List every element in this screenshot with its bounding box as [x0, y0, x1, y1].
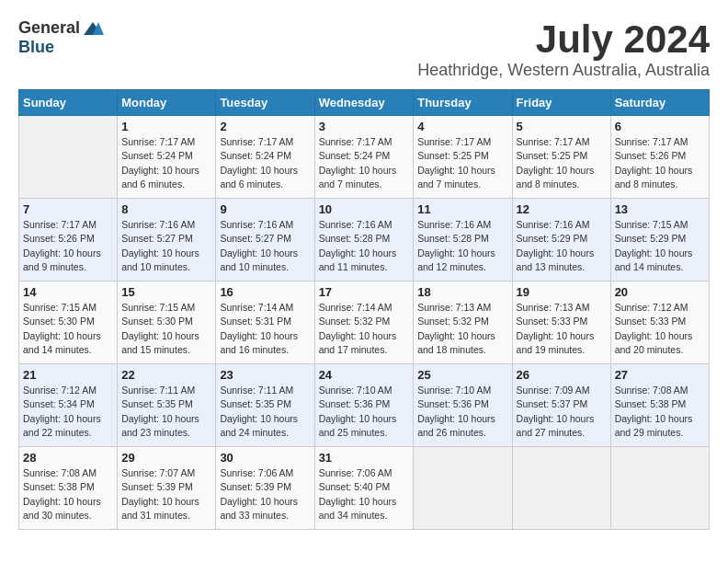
calendar-cell: 20Sunrise: 7:12 AMSunset: 5:33 PMDayligh… — [610, 282, 709, 364]
day-number: 14 — [23, 285, 113, 299]
header-row: SundayMondayTuesdayWednesdayThursdayFrid… — [19, 90, 710, 116]
day-number: 24 — [319, 368, 410, 382]
calendar-cell: 5Sunrise: 7:17 AMSunset: 5:25 PMDaylight… — [512, 116, 610, 199]
day-number: 17 — [319, 285, 410, 299]
day-number: 2 — [220, 120, 310, 133]
calendar-cell: 24Sunrise: 7:10 AMSunset: 5:36 PMDayligh… — [314, 364, 414, 447]
day-number: 31 — [319, 451, 410, 465]
day-number: 5 — [517, 120, 607, 133]
day-number: 3 — [319, 120, 410, 133]
calendar-cell: 25Sunrise: 7:10 AMSunset: 5:36 PMDayligh… — [414, 364, 512, 447]
day-number: 25 — [417, 368, 507, 382]
calendar-cell: 7Sunrise: 7:17 AMSunset: 5:26 PMDaylight… — [19, 199, 118, 282]
day-info: Sunrise: 7:10 AMSunset: 5:36 PMDaylight:… — [417, 384, 507, 440]
day-number: 29 — [121, 451, 211, 465]
week-row-2: 7Sunrise: 7:17 AMSunset: 5:26 PMDaylight… — [19, 199, 710, 282]
calendar-cell: 21Sunrise: 7:12 AMSunset: 5:34 PMDayligh… — [19, 364, 118, 447]
page-header: General Blue July 2024 Heathridge, Weste… — [18, 18, 710, 80]
logo-general: General — [18, 18, 80, 38]
day-info: Sunrise: 7:13 AMSunset: 5:33 PMDaylight:… — [517, 301, 607, 357]
day-number: 21 — [23, 368, 113, 382]
day-info: Sunrise: 7:16 AMSunset: 5:28 PMDaylight:… — [417, 218, 507, 274]
calendar-cell: 18Sunrise: 7:13 AMSunset: 5:32 PMDayligh… — [414, 282, 512, 364]
day-number: 22 — [121, 368, 211, 382]
day-info: Sunrise: 7:16 AMSunset: 5:29 PMDaylight:… — [517, 218, 607, 274]
calendar-cell: 15Sunrise: 7:15 AMSunset: 5:30 PMDayligh… — [118, 282, 216, 364]
day-number: 13 — [615, 202, 705, 216]
day-number: 26 — [517, 368, 607, 382]
day-info: Sunrise: 7:17 AMSunset: 5:26 PMDaylight:… — [615, 135, 705, 191]
logo-icon — [82, 20, 104, 37]
column-header-thursday: Thursday — [414, 90, 512, 116]
day-info: Sunrise: 7:16 AMSunset: 5:27 PMDaylight:… — [220, 218, 310, 274]
day-info: Sunrise: 7:15 AMSunset: 5:30 PMDaylight:… — [23, 301, 113, 357]
day-info: Sunrise: 7:10 AMSunset: 5:36 PMDaylight:… — [319, 384, 410, 440]
column-header-sunday: Sunday — [19, 90, 118, 116]
day-info: Sunrise: 7:15 AMSunset: 5:30 PMDaylight:… — [121, 301, 211, 357]
calendar-cell: 28Sunrise: 7:08 AMSunset: 5:38 PMDayligh… — [19, 447, 118, 530]
day-number: 8 — [121, 202, 211, 216]
calendar-cell: 17Sunrise: 7:14 AMSunset: 5:32 PMDayligh… — [314, 282, 414, 364]
calendar-cell: 1Sunrise: 7:17 AMSunset: 5:24 PMDaylight… — [118, 116, 216, 199]
day-info: Sunrise: 7:06 AMSunset: 5:40 PMDaylight:… — [319, 466, 410, 523]
title-area: July 2024 Heathridge, Western Australia,… — [417, 18, 710, 80]
day-info: Sunrise: 7:08 AMSunset: 5:38 PMDaylight:… — [23, 466, 113, 523]
day-number: 19 — [517, 285, 607, 299]
day-number: 28 — [23, 451, 113, 465]
calendar-cell: 9Sunrise: 7:16 AMSunset: 5:27 PMDaylight… — [216, 199, 314, 282]
day-number: 16 — [220, 285, 310, 299]
day-number: 15 — [121, 285, 211, 299]
day-info: Sunrise: 7:11 AMSunset: 5:35 PMDaylight:… — [220, 384, 310, 440]
column-header-friday: Friday — [512, 90, 610, 116]
day-info: Sunrise: 7:14 AMSunset: 5:31 PMDaylight:… — [220, 301, 310, 357]
day-number: 27 — [615, 368, 705, 382]
month-title: July 2024 — [417, 18, 710, 61]
calendar-cell: 13Sunrise: 7:15 AMSunset: 5:29 PMDayligh… — [610, 199, 709, 282]
day-number: 9 — [220, 202, 310, 216]
week-row-3: 14Sunrise: 7:15 AMSunset: 5:30 PMDayligh… — [19, 282, 710, 364]
day-info: Sunrise: 7:17 AMSunset: 5:24 PMDaylight:… — [220, 135, 310, 191]
week-row-5: 28Sunrise: 7:08 AMSunset: 5:38 PMDayligh… — [19, 447, 710, 530]
calendar-cell — [19, 116, 118, 199]
column-header-tuesday: Tuesday — [216, 90, 314, 116]
week-row-4: 21Sunrise: 7:12 AMSunset: 5:34 PMDayligh… — [19, 364, 710, 447]
calendar-cell: 23Sunrise: 7:11 AMSunset: 5:35 PMDayligh… — [216, 364, 314, 447]
day-number: 1 — [121, 120, 211, 133]
calendar-cell: 10Sunrise: 7:16 AMSunset: 5:28 PMDayligh… — [314, 199, 414, 282]
column-header-saturday: Saturday — [610, 90, 709, 116]
calendar-cell: 27Sunrise: 7:08 AMSunset: 5:38 PMDayligh… — [610, 364, 709, 447]
day-info: Sunrise: 7:15 AMSunset: 5:29 PMDaylight:… — [615, 218, 705, 274]
day-info: Sunrise: 7:17 AMSunset: 5:24 PMDaylight:… — [121, 135, 211, 191]
calendar-cell: 31Sunrise: 7:06 AMSunset: 5:40 PMDayligh… — [314, 447, 414, 530]
day-number: 7 — [23, 202, 113, 216]
day-info: Sunrise: 7:06 AMSunset: 5:39 PMDaylight:… — [220, 466, 310, 523]
day-info: Sunrise: 7:13 AMSunset: 5:32 PMDaylight:… — [417, 301, 507, 357]
day-number: 30 — [220, 451, 310, 465]
day-info: Sunrise: 7:16 AMSunset: 5:27 PMDaylight:… — [121, 218, 211, 274]
day-number: 12 — [517, 202, 607, 216]
calendar-cell: 14Sunrise: 7:15 AMSunset: 5:30 PMDayligh… — [19, 282, 118, 364]
calendar-cell: 12Sunrise: 7:16 AMSunset: 5:29 PMDayligh… — [512, 199, 610, 282]
calendar-cell — [610, 447, 709, 530]
calendar-table: SundayMondayTuesdayWednesdayThursdayFrid… — [18, 89, 710, 530]
calendar-cell: 30Sunrise: 7:06 AMSunset: 5:39 PMDayligh… — [216, 447, 314, 530]
day-info: Sunrise: 7:14 AMSunset: 5:32 PMDaylight:… — [319, 301, 410, 357]
week-row-1: 1Sunrise: 7:17 AMSunset: 5:24 PMDaylight… — [19, 116, 710, 199]
location-title: Heathridge, Western Australia, Australia — [417, 61, 710, 80]
day-info: Sunrise: 7:16 AMSunset: 5:28 PMDaylight:… — [319, 218, 410, 274]
day-info: Sunrise: 7:11 AMSunset: 5:35 PMDaylight:… — [121, 384, 211, 440]
logo-blue: Blue — [18, 38, 54, 57]
day-info: Sunrise: 7:08 AMSunset: 5:38 PMDaylight:… — [615, 384, 705, 440]
calendar-cell: 19Sunrise: 7:13 AMSunset: 5:33 PMDayligh… — [512, 282, 610, 364]
day-number: 4 — [417, 120, 507, 133]
calendar-cell: 6Sunrise: 7:17 AMSunset: 5:26 PMDaylight… — [610, 116, 709, 199]
calendar-cell: 8Sunrise: 7:16 AMSunset: 5:27 PMDaylight… — [118, 199, 216, 282]
logo: General Blue — [18, 18, 106, 57]
column-header-monday: Monday — [118, 90, 216, 116]
day-info: Sunrise: 7:17 AMSunset: 5:26 PMDaylight:… — [23, 218, 113, 274]
day-number: 18 — [417, 285, 507, 299]
day-number: 10 — [319, 202, 410, 216]
day-info: Sunrise: 7:17 AMSunset: 5:25 PMDaylight:… — [417, 135, 507, 191]
column-header-wednesday: Wednesday — [314, 90, 414, 116]
calendar-cell: 4Sunrise: 7:17 AMSunset: 5:25 PMDaylight… — [414, 116, 512, 199]
